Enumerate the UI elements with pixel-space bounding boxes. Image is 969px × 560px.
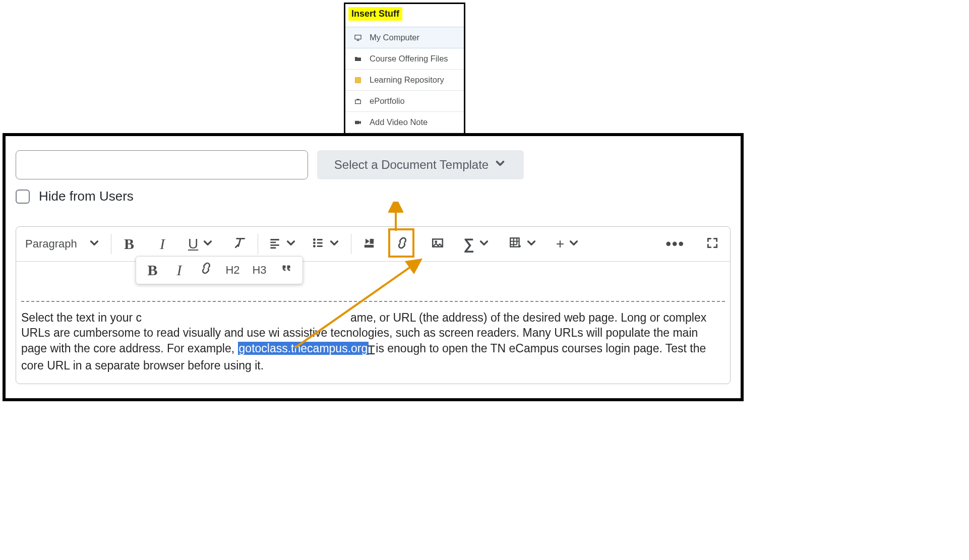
hide-checkbox[interactable] bbox=[16, 190, 30, 204]
fullscreen-icon bbox=[706, 236, 719, 252]
popup-item-label: My Computer bbox=[370, 33, 419, 42]
chevron-down-icon bbox=[201, 236, 214, 252]
h2-label: H2 bbox=[225, 263, 239, 277]
mini-quote-button[interactable] bbox=[276, 260, 297, 281]
mini-link-button[interactable] bbox=[196, 260, 217, 281]
mini-italic-button[interactable]: I bbox=[169, 260, 190, 281]
link-icon bbox=[200, 262, 213, 278]
svg-rect-10 bbox=[510, 238, 519, 246]
briefcase-icon bbox=[353, 97, 362, 106]
svg-rect-6 bbox=[370, 239, 374, 243]
insert-item-course-files[interactable]: Course Offering Files bbox=[345, 48, 464, 70]
fullscreen-button[interactable] bbox=[702, 233, 723, 255]
image-icon bbox=[431, 236, 444, 252]
sigma-icon: ∑ bbox=[463, 235, 474, 253]
equation-button[interactable]: ∑ bbox=[460, 233, 493, 255]
editor-body[interactable]: Select the text in your cxxxxxxxxxxxxxxx… bbox=[16, 262, 730, 384]
h3-label: H3 bbox=[252, 263, 266, 277]
table-button[interactable] bbox=[506, 233, 541, 255]
editor-panel: Select a Document Template Hide from Use… bbox=[3, 133, 744, 401]
list-icon bbox=[312, 236, 325, 252]
chevron-down-icon bbox=[525, 236, 538, 252]
align-button[interactable] bbox=[265, 233, 300, 255]
insert-item-eportfolio[interactable]: ePortfolio bbox=[345, 91, 464, 112]
table-icon bbox=[509, 236, 522, 252]
popup-item-label: Course Offering Files bbox=[370, 54, 448, 64]
italic-button[interactable]: I bbox=[152, 233, 173, 255]
body-paragraph: Select the text in your cxxxxxxxxxxxxxxx… bbox=[21, 310, 725, 374]
chevron-down-icon bbox=[477, 236, 491, 252]
quote-icon bbox=[280, 262, 292, 278]
rte-container: Paragraph B I U bbox=[16, 226, 731, 384]
more-button[interactable]: ••• bbox=[662, 233, 688, 255]
svg-rect-7 bbox=[365, 245, 374, 247]
insert-stuff-button[interactable] bbox=[358, 233, 380, 255]
select-template-button[interactable]: Select a Document Template bbox=[317, 150, 524, 179]
floating-mini-toolbar: B I H2 H3 bbox=[136, 256, 303, 284]
video-icon bbox=[353, 118, 362, 127]
separator bbox=[344, 227, 358, 261]
svg-point-9 bbox=[435, 241, 437, 243]
image-button[interactable] bbox=[427, 233, 448, 255]
select-template-label: Select a Document Template bbox=[334, 158, 489, 172]
hide-label: Hide from Users bbox=[39, 189, 134, 204]
svg-rect-0 bbox=[355, 77, 361, 83]
mini-h2-button[interactable]: H2 bbox=[222, 260, 244, 281]
popup-item-label: Learning Repository bbox=[370, 75, 444, 85]
svg-point-5 bbox=[314, 245, 316, 247]
list-button[interactable] bbox=[309, 233, 344, 255]
popup-title: Insert Stuff bbox=[348, 7, 402, 21]
italic-icon: I bbox=[177, 260, 182, 280]
mini-bold-button[interactable]: B bbox=[142, 260, 163, 281]
selected-url-text[interactable]: gotoclass.tnecampus.org bbox=[238, 342, 369, 355]
insert-item-my-computer[interactable]: My Computer bbox=[345, 27, 464, 48]
align-icon bbox=[268, 236, 281, 252]
rte-toolbar: Paragraph B I U bbox=[16, 227, 730, 261]
body-text: Select the text in your c bbox=[21, 311, 142, 324]
repository-icon bbox=[353, 76, 362, 85]
chevron-down-icon bbox=[284, 236, 297, 252]
toolbar-right: ••• bbox=[662, 233, 723, 255]
monitor-icon bbox=[353, 33, 362, 42]
chevron-down-icon bbox=[328, 236, 341, 252]
underline-button[interactable]: U bbox=[185, 233, 217, 255]
dashed-divider bbox=[21, 301, 725, 302]
chevron-down-icon bbox=[88, 236, 101, 252]
popup-item-label: ePortfolio bbox=[370, 96, 405, 106]
italic-icon: I bbox=[160, 235, 165, 253]
add-button[interactable]: + bbox=[553, 233, 583, 255]
paragraph-label: Paragraph bbox=[25, 237, 77, 251]
insert-item-learning-repo[interactable]: Learning Repository bbox=[345, 70, 464, 91]
separator bbox=[104, 227, 118, 261]
ellipsis-icon: ••• bbox=[665, 235, 685, 253]
link-button-highlight bbox=[388, 228, 414, 258]
body-text: i assistive tec bbox=[277, 326, 346, 339]
insert-item-add-video[interactable]: Add Video Note bbox=[345, 112, 464, 133]
popup-item-label: Add Video Note bbox=[370, 117, 428, 127]
paragraph-format-button[interactable]: Paragraph bbox=[23, 233, 104, 255]
chevron-down-icon bbox=[494, 157, 507, 173]
chevron-down-icon bbox=[567, 236, 580, 252]
svg-point-3 bbox=[314, 239, 316, 241]
text-cursor-icon: Ꮖ bbox=[368, 342, 376, 358]
insert-stuff-icon bbox=[362, 236, 376, 252]
folder-icon bbox=[353, 54, 362, 64]
mini-h3-button[interactable]: H3 bbox=[249, 260, 270, 281]
clear-format-button[interactable] bbox=[229, 233, 251, 255]
bold-button[interactable]: B bbox=[118, 233, 140, 255]
hide-from-users-row: Hide from Users bbox=[6, 185, 741, 210]
insert-link-button[interactable] bbox=[392, 233, 413, 255]
underline-icon: U bbox=[188, 236, 198, 252]
title-input[interactable] bbox=[16, 150, 308, 179]
clear-format-icon bbox=[233, 236, 247, 252]
bold-icon: B bbox=[124, 235, 134, 253]
svg-point-4 bbox=[314, 242, 316, 244]
bold-icon: B bbox=[147, 260, 157, 280]
plus-icon: + bbox=[556, 236, 564, 252]
top-row: Select a Document Template bbox=[6, 136, 741, 185]
